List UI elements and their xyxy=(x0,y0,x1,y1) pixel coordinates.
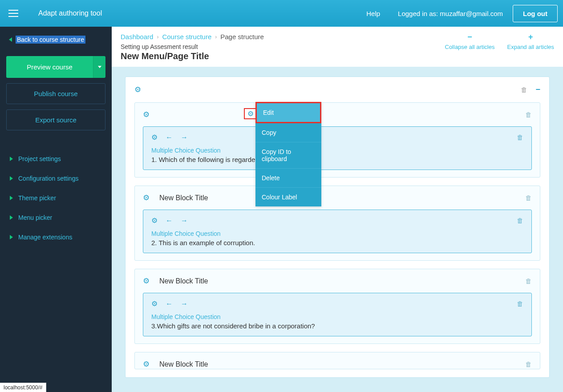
trash-icon[interactable] xyxy=(525,360,532,368)
trash-icon[interactable] xyxy=(517,133,523,141)
plus-icon: + xyxy=(528,33,533,41)
trash-icon[interactable] xyxy=(525,111,532,118)
component-type: Multiple Choice Question xyxy=(151,147,523,154)
sidebar: Back to course structure Preview course … xyxy=(0,27,112,392)
block: New Block Title Multiple Choice Question… xyxy=(134,186,540,261)
gear-icon xyxy=(247,109,254,118)
component: Multiple Choice Question 1. Which of the… xyxy=(143,126,532,170)
sidebar-item-configuration-settings[interactable]: Configuration settings xyxy=(10,169,105,188)
breadcrumb-bar: Dashboard › Course structure › Page stru… xyxy=(112,27,563,67)
menu-item-delete[interactable]: Delete xyxy=(255,169,321,188)
trash-icon[interactable] xyxy=(525,277,532,285)
app-title: Adapt authoring tool xyxy=(38,9,102,17)
block-title: New Block Title xyxy=(159,277,208,285)
preview-course-button[interactable]: Preview course xyxy=(6,56,93,78)
arrow-right-icon[interactable] xyxy=(181,217,188,225)
menu-item-colour-label[interactable]: Colour Label xyxy=(255,188,321,206)
component-text: 2. This is an example of corruption. xyxy=(151,239,523,247)
gear-icon[interactable] xyxy=(143,110,150,119)
minus-icon: − xyxy=(467,33,472,41)
article-context-menu: Edit Copy Copy ID to clipboard Delete Co… xyxy=(255,102,321,206)
block-title: New Block Title xyxy=(159,360,208,368)
article: New Article Title − e xyxy=(125,77,550,378)
chevron-right-icon: › xyxy=(157,34,158,40)
collapse-icon[interactable]: − xyxy=(535,85,540,94)
arrow-right-icon[interactable] xyxy=(181,133,188,141)
page-subtitle: Setting up Assesment result xyxy=(121,43,264,50)
menu-item-edit[interactable]: Edit xyxy=(255,102,321,123)
menu-item-copy[interactable]: Copy xyxy=(255,123,321,142)
trash-icon[interactable] xyxy=(517,300,523,307)
component: Multiple Choice Question 3.Which gifts a… xyxy=(143,293,532,336)
gear-icon[interactable] xyxy=(143,360,150,369)
gear-icon[interactable] xyxy=(151,133,158,141)
sidebar-item-manage-extensions[interactable]: Manage extensions xyxy=(10,227,105,247)
export-source-button[interactable]: Export source xyxy=(6,109,105,130)
arrow-left-icon[interactable] xyxy=(166,300,173,308)
block: New Block Title Multiple Choice Question… xyxy=(134,269,540,344)
breadcrumb: Dashboard › Course structure › Page stru… xyxy=(121,33,264,40)
help-link[interactable]: Help xyxy=(366,10,380,17)
menu-item-copy-id[interactable]: Copy ID to clipboard xyxy=(255,142,321,169)
component-text: 1. Which of the following is regarded as… xyxy=(151,156,523,163)
collapse-all-button[interactable]: − Collapse all articles xyxy=(445,33,495,50)
chevron-right-icon xyxy=(10,235,13,239)
breadcrumb-current: Page structure xyxy=(220,33,264,40)
hamburger-icon[interactable] xyxy=(4,4,23,23)
gear-icon[interactable] xyxy=(151,216,158,225)
sidebar-item-menu-picker[interactable]: Menu picker xyxy=(10,208,105,227)
sidebar-item-project-settings[interactable]: Project settings xyxy=(10,149,105,169)
logged-in-text: Logged in as: muzaffar@gmail.com xyxy=(398,10,503,17)
sidebar-item-label: Menu picker xyxy=(18,214,52,221)
chevron-right-icon xyxy=(10,157,13,161)
trash-icon[interactable] xyxy=(521,86,527,93)
gear-icon[interactable] xyxy=(143,193,150,202)
arrow-left-icon[interactable] xyxy=(166,133,173,141)
caret-down-icon xyxy=(98,66,101,68)
trash-icon[interactable] xyxy=(517,217,523,224)
sidebar-item-label: Configuration settings xyxy=(18,175,78,182)
expand-all-button[interactable]: + Expand all articles xyxy=(507,33,555,50)
back-to-course-link[interactable]: Back to course structure xyxy=(6,36,105,44)
sidebar-item-label: Theme picker xyxy=(18,194,56,202)
sidebar-item-label: Manage extensions xyxy=(18,234,72,241)
gear-icon[interactable] xyxy=(143,276,150,286)
status-bar: localhost:5000/# xyxy=(0,383,46,392)
logout-button[interactable]: Log out xyxy=(513,5,558,22)
component-type: Multiple Choice Question xyxy=(151,230,523,237)
arrow-right-icon[interactable] xyxy=(181,300,188,308)
top-bar: Adapt authoring tool Help Logged in as: … xyxy=(0,0,563,27)
component: Multiple Choice Question 2. This is an e… xyxy=(143,210,532,253)
preview-dropdown-toggle[interactable] xyxy=(93,56,105,78)
chevron-right-icon xyxy=(10,196,13,200)
chevron-right-icon xyxy=(10,215,13,220)
chevron-left-icon xyxy=(9,37,12,42)
block-title: New Block Title xyxy=(159,194,208,202)
page-title: New Menu/Page Title xyxy=(121,51,264,61)
publish-course-button[interactable]: Publish course xyxy=(6,83,105,104)
main-content: Dashboard › Course structure › Page stru… xyxy=(112,27,563,392)
component-text: 3.Which gifts are not considered bribe i… xyxy=(151,322,523,330)
sidebar-item-theme-picker[interactable]: Theme picker xyxy=(10,188,105,208)
user-email: muzaffar@gmail.com xyxy=(440,10,503,17)
trash-icon[interactable] xyxy=(525,194,532,202)
breadcrumb-course-structure[interactable]: Course structure xyxy=(162,33,211,40)
component-type: Multiple Choice Question xyxy=(151,313,523,320)
chevron-right-icon xyxy=(10,176,13,181)
arrow-left-icon[interactable] xyxy=(166,217,173,225)
chevron-right-icon: › xyxy=(215,34,217,40)
breadcrumb-dashboard[interactable]: Dashboard xyxy=(121,33,153,40)
gear-icon[interactable] xyxy=(151,299,158,308)
sidebar-item-label: Project settings xyxy=(18,155,61,162)
block: e Multiple Choice Question 1. Which of t… xyxy=(134,102,540,178)
gear-icon[interactable] xyxy=(134,85,141,94)
block: New Block Title xyxy=(134,352,540,369)
